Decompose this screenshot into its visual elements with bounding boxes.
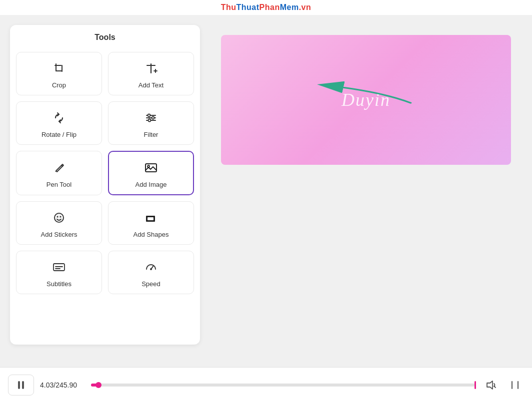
- main-content: Tools Crop: [0, 15, 532, 367]
- watermark-thuat: Thuat: [236, 3, 260, 11]
- tools-grid: Crop Add Text: [16, 52, 194, 294]
- tool-pen[interactable]: Pen Tool: [16, 151, 102, 195]
- canvas-preview: Duyin: [221, 35, 511, 165]
- progress-handle[interactable]: [96, 382, 102, 388]
- tool-speed[interactable]: Speed: [108, 251, 194, 294]
- svg-rect-2: [62, 65, 62, 72]
- pen-tool-label: Pen Tool: [46, 181, 72, 188]
- tools-title: Tools: [16, 33, 194, 42]
- rotate-flip-label: Rotate / Flip: [42, 131, 76, 138]
- svg-point-12: [152, 117, 154, 119]
- speed-label: Speed: [142, 280, 160, 288]
- crop-icon: [52, 61, 66, 77]
- add-image-label: Add Image: [136, 181, 167, 188]
- crop-label: Crop: [52, 81, 66, 89]
- svg-rect-20: [148, 217, 154, 220]
- svg-rect-0: [56, 63, 56, 71]
- svg-point-11: [148, 114, 150, 117]
- progress-end-marker: [474, 381, 476, 389]
- watermark-vn: .vn: [299, 3, 312, 11]
- watermark-text: ThuThuatPhanMem.vn: [221, 3, 312, 12]
- tool-add-shapes[interactable]: Add Shapes: [108, 201, 194, 245]
- pen-icon: [52, 161, 66, 177]
- pause-bar-right: [22, 381, 24, 389]
- filter-icon: [144, 111, 158, 127]
- end-button[interactable]: [506, 376, 524, 394]
- pause-bar-left: [18, 381, 20, 389]
- watermark-bar: ThuThuatPhanMem.vn: [0, 0, 532, 15]
- stickers-icon: [52, 211, 66, 227]
- tool-subtitles[interactable]: Subtitles: [16, 251, 102, 294]
- tool-crop[interactable]: Crop: [16, 52, 102, 95]
- svg-rect-14: [146, 164, 156, 172]
- watermark-mem: Mem: [280, 3, 299, 11]
- add-stickers-label: Add Stickers: [41, 231, 78, 238]
- svg-rect-21: [54, 264, 64, 271]
- progress-track: [91, 384, 476, 387]
- svg-point-25: [150, 268, 152, 270]
- shapes-icon: [144, 211, 158, 227]
- progress-container[interactable]: [91, 384, 476, 387]
- speed-icon: [144, 260, 158, 276]
- svg-point-17: [57, 216, 58, 218]
- tool-add-image[interactable]: Add Image: [108, 151, 194, 195]
- add-text-icon: [144, 61, 158, 77]
- subtitles-icon: [52, 260, 66, 276]
- tool-add-text[interactable]: Add Text: [108, 52, 194, 95]
- tool-add-stickers[interactable]: Add Stickers: [16, 201, 102, 245]
- volume-button[interactable]: [482, 376, 500, 394]
- svg-rect-3: [54, 65, 62, 66]
- watermark-phan: Phan: [260, 3, 280, 11]
- tools-panel: Tools Crop: [10, 25, 200, 345]
- add-shapes-label: Add Shapes: [134, 231, 169, 238]
- svg-rect-1: [56, 70, 62, 71]
- canvas-watermark-text: Duyin: [342, 89, 390, 110]
- tool-rotate-flip[interactable]: Rotate / Flip: [16, 101, 102, 145]
- filter-label: Filter: [144, 131, 158, 138]
- canvas-area: Duyin: [210, 25, 522, 175]
- svg-point-18: [60, 216, 62, 218]
- add-image-icon: [144, 161, 158, 177]
- play-pause-button[interactable]: [8, 375, 34, 396]
- time-display: 4.03/245.90: [40, 381, 85, 389]
- svg-point-13: [148, 119, 151, 122]
- tool-filter[interactable]: Filter: [108, 101, 194, 145]
- timeline-bar: 4.03/245.90: [0, 367, 532, 402]
- pause-icon: [18, 381, 24, 389]
- svg-line-28: [494, 386, 496, 388]
- rotate-icon: [52, 111, 66, 127]
- subtitles-label: Subtitles: [46, 280, 72, 288]
- svg-marker-27: [487, 381, 492, 389]
- add-text-label: Add Text: [138, 81, 164, 89]
- watermark-thu: Thu: [221, 3, 236, 11]
